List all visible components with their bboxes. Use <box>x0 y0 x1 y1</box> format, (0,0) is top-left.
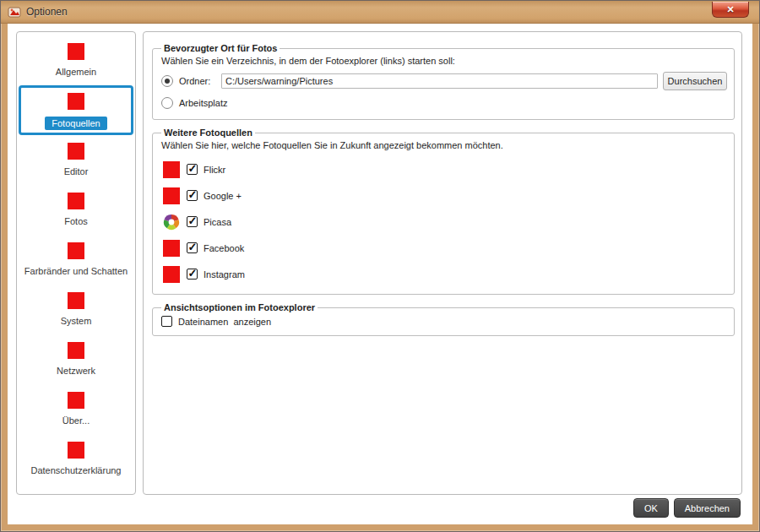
category-sidebar: Allgemein Fotoquellen Editor Fotos Farbr… <box>16 31 136 495</box>
group-photo-sources: Weitere Fotoquellen Wählen Sie hier, wel… <box>152 128 735 295</box>
source-label: Instagram <box>204 269 245 280</box>
ueber-icon <box>68 392 84 409</box>
sidebar-item-fotoquellen[interactable]: Fotoquellen <box>19 85 133 135</box>
sidebar-item-system[interactable]: System <box>19 285 133 334</box>
sidebar-item-label: Fotos <box>64 216 88 226</box>
sidebar-item-ueber[interactable]: Über... <box>19 384 133 434</box>
group-description: Wählen Sie ein Verzeichnis, in dem der F… <box>161 56 727 66</box>
fotos-icon <box>68 193 84 209</box>
sidebar-item-label: Allgemein <box>56 67 96 77</box>
picasa-icon <box>163 214 180 231</box>
group-title: Weitere Fotoquellen <box>161 128 255 138</box>
farbraender-icon <box>68 242 84 259</box>
sidebar-item-datenschutz[interactable]: Datenschutzerklärung <box>19 434 133 484</box>
source-label: Facebook <box>204 243 244 253</box>
allgemein-icon <box>68 43 84 60</box>
sidebar-item-label: Datenschutzerklärung <box>30 465 121 475</box>
group-view-options: Ansichtsoptionen im Fotoexplorer Dateina… <box>152 302 735 336</box>
fotoquellen-icon <box>68 93 84 110</box>
settings-panel: Bevorzugter Ort für Fotos Wählen Sie ein… <box>143 31 742 495</box>
sidebar-item-label: Farbränder und Schatten <box>24 266 128 276</box>
instagram-icon <box>163 266 180 283</box>
sidebar-item-label: Netzwerk <box>57 366 95 376</box>
folder-radio-label: Ordner: <box>179 76 220 86</box>
sidebar-item-label: Editor <box>64 166 89 176</box>
options-dialog: Optionen ✕ Allgemein Fotoquellen Editor … <box>0 0 760 532</box>
source-row-facebook: Facebook <box>160 235 727 261</box>
sidebar-item-allgemein[interactable]: Allgemein <box>19 35 133 85</box>
netzwerk-icon <box>68 342 84 359</box>
browse-button[interactable]: Durchsuchen <box>663 72 727 90</box>
sidebar-item-label: System <box>61 316 92 326</box>
facebook-checkbox[interactable] <box>187 242 198 253</box>
source-label: Picasa <box>204 217 231 227</box>
flickr-checkbox[interactable] <box>187 164 198 175</box>
sidebar-item-editor[interactable]: Editor <box>19 135 133 185</box>
title-bar: Optionen ✕ <box>1 1 759 24</box>
source-row-picasa: Picasa <box>160 209 727 235</box>
sidebar-item-netzwerk[interactable]: Netzwerk <box>19 334 133 384</box>
show-filenames-label: Dateinamen anzeigen <box>178 317 271 327</box>
source-row-instagram: Instagram <box>160 261 727 287</box>
dialog-footer: OK Abbrechen <box>633 498 741 518</box>
sidebar-item-farbraender[interactable]: Farbränder und Schatten <box>19 235 133 285</box>
workspace-radio-label: Arbeitsplatz <box>179 98 227 108</box>
cancel-button[interactable]: Abbrechen <box>674 498 741 518</box>
picasa-checkbox[interactable] <box>187 216 198 227</box>
sidebar-item-fotos[interactable]: Fotos <box>19 185 133 235</box>
window-title: Optionen <box>26 6 68 18</box>
google-plus-checkbox[interactable] <box>187 190 198 201</box>
facebook-icon <box>163 240 180 257</box>
source-label: Google + <box>204 191 242 201</box>
sidebar-item-label: Über... <box>62 415 90 426</box>
close-button[interactable]: ✕ <box>712 2 749 18</box>
sidebar-item-label: Fotoquellen <box>45 117 107 130</box>
group-title: Ansichtsoptionen im Fotoexplorer <box>161 302 318 312</box>
datenschutz-icon <box>68 442 84 459</box>
instagram-checkbox[interactable] <box>187 269 198 280</box>
workspace-radio[interactable] <box>161 97 173 109</box>
editor-icon <box>68 143 84 160</box>
flickr-icon <box>163 161 180 178</box>
dialog-content: Allgemein Fotoquellen Editor Fotos Farbr… <box>8 24 752 524</box>
group-description: Wählen Sie hier, welche Fotoquellen Sie … <box>161 140 727 150</box>
ok-button[interactable]: OK <box>633 498 669 518</box>
source-label: Flickr <box>204 165 225 175</box>
system-icon <box>68 292 84 309</box>
folder-radio[interactable] <box>161 75 173 87</box>
group-title: Bevorzugter Ort für Fotos <box>161 43 280 53</box>
group-preferred-location: Bevorzugter Ort für Fotos Wählen Sie ein… <box>152 43 735 120</box>
google-plus-icon <box>163 187 180 204</box>
source-row-flickr: Flickr <box>160 156 727 182</box>
app-icon <box>8 5 21 19</box>
source-row-google-plus: Google + <box>160 182 727 209</box>
show-filenames-checkbox[interactable] <box>161 316 172 327</box>
folder-path-input[interactable] <box>221 73 658 89</box>
